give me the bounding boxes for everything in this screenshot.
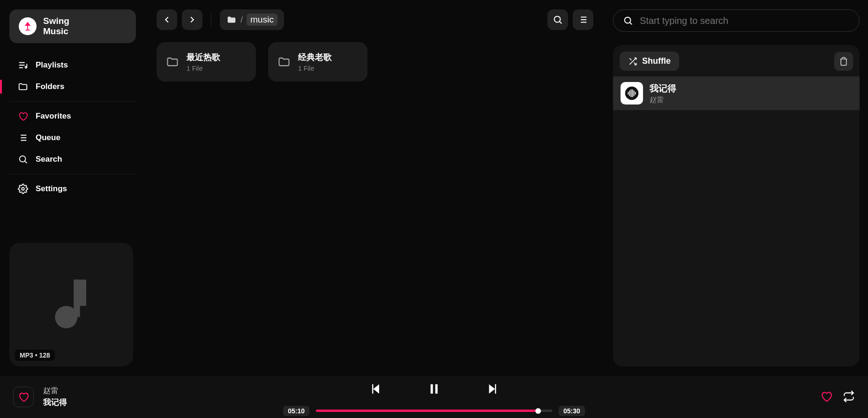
sidebar-item-folders[interactable]: Folders xyxy=(9,76,136,97)
folder-grid: 最近热歌 1 File 经典老歌 1 File xyxy=(157,42,593,82)
queue-item-cover xyxy=(621,82,643,104)
now-playing-info[interactable]: 赵雷 我记得 xyxy=(43,386,67,408)
global-search[interactable] xyxy=(613,9,860,32)
sidebar-item-label: Settings xyxy=(36,184,67,194)
brand-logo-icon xyxy=(19,17,37,35)
heart-icon xyxy=(18,391,29,403)
queue-item-title: 我记得 xyxy=(650,82,676,95)
audio-format-badge: MP3 • 128 xyxy=(15,350,55,361)
svg-rect-1 xyxy=(25,30,30,30)
breadcrumb-current: music xyxy=(247,14,277,26)
queue-item-artist: 赵雷 xyxy=(650,96,676,104)
play-pause-button[interactable] xyxy=(423,378,445,401)
shuffle-icon xyxy=(628,57,637,66)
folder-filecount: 1 File xyxy=(298,65,332,72)
shuffle-label: Shuffle xyxy=(642,56,671,66)
breadcrumb[interactable]: / music xyxy=(220,9,284,30)
now-playing-title: 我记得 xyxy=(43,397,67,408)
folder-icon xyxy=(18,82,28,92)
svg-point-4 xyxy=(22,187,24,190)
progress-fill xyxy=(316,410,538,412)
brand-logo[interactable]: SwingMusic xyxy=(9,9,136,43)
folder-icon xyxy=(166,55,179,68)
sidebar-item-queue[interactable]: Queue xyxy=(9,127,136,149)
svg-rect-0 xyxy=(27,26,28,30)
heart-icon xyxy=(820,390,832,403)
waveform-icon xyxy=(625,86,639,100)
sidebar-item-label: Folders xyxy=(36,82,64,91)
view-list-button[interactable] xyxy=(573,9,593,30)
search-icon xyxy=(18,154,28,164)
heart-icon xyxy=(18,111,28,121)
sidebar: SwingMusic Playlists Folders Favorites Q… xyxy=(0,0,145,376)
progress-thumb[interactable] xyxy=(535,408,541,414)
breadcrumb-separator: / xyxy=(240,15,243,25)
player-controls: 05:10 05:30 xyxy=(283,378,585,416)
folder-search-button[interactable] xyxy=(547,9,568,30)
svg-point-3 xyxy=(20,156,26,162)
brand-name: SwingMusic xyxy=(43,16,69,37)
svg-point-7 xyxy=(55,306,77,328)
search-input[interactable] xyxy=(640,15,850,26)
sidebar-item-settings[interactable]: Settings xyxy=(9,178,136,200)
svg-rect-17 xyxy=(431,384,433,394)
time-total: 05:30 xyxy=(559,406,585,416)
player-right-controls xyxy=(820,390,855,404)
folder-name: 经典老歌 xyxy=(298,52,332,63)
search-icon xyxy=(623,15,633,26)
sidebar-item-search[interactable]: Search xyxy=(9,149,136,170)
next-track-button[interactable] xyxy=(482,378,504,401)
shuffle-button[interactable]: Shuffle xyxy=(620,52,679,71)
svg-point-8 xyxy=(554,16,561,22)
folder-filecount: 1 File xyxy=(187,65,220,72)
favorite-button[interactable] xyxy=(13,387,34,407)
folder-card[interactable]: 最近热歌 1 File xyxy=(157,42,256,82)
time-elapsed: 05:10 xyxy=(283,406,309,416)
sidebar-item-label: Favorites xyxy=(36,112,71,121)
progress-bar[interactable] xyxy=(316,410,552,412)
clear-queue-button[interactable] xyxy=(834,52,853,71)
folder-card[interactable]: 经典老歌 1 File xyxy=(268,42,367,82)
gear-icon xyxy=(18,184,28,194)
divider xyxy=(9,101,136,102)
like-button[interactable] xyxy=(820,390,832,404)
divider xyxy=(211,13,211,26)
sidebar-item-favorites[interactable]: Favorites xyxy=(9,105,136,127)
sidebar-item-label: Search xyxy=(36,155,62,164)
main-content: / music 最近热歌 1 File 经典老歌 1 File xyxy=(145,0,605,376)
playlist-icon xyxy=(18,60,28,70)
folder-icon xyxy=(226,15,237,25)
right-pane: Shuffle 我记得 赵雷 xyxy=(605,0,868,376)
folder-icon xyxy=(277,55,291,68)
nav-forward-button[interactable] xyxy=(182,9,202,30)
sidebar-item-label: Playlists xyxy=(36,60,68,70)
folder-name: 最近热歌 xyxy=(187,52,220,63)
player-bar: 赵雷 我记得 05:10 05:30 xyxy=(0,376,868,418)
sidebar-item-label: Queue xyxy=(36,133,60,142)
nav-back-button[interactable] xyxy=(157,9,177,30)
queue-icon xyxy=(18,133,28,143)
sidebar-item-playlists[interactable]: Playlists xyxy=(9,54,136,76)
topbar: / music xyxy=(157,9,593,30)
queue-header: Shuffle xyxy=(613,52,860,76)
svg-point-9 xyxy=(625,17,631,23)
trash-icon xyxy=(839,57,848,66)
repeat-icon xyxy=(843,390,855,403)
now-playing-artist: 赵雷 xyxy=(43,386,67,396)
svg-rect-18 xyxy=(435,384,438,394)
previous-track-button[interactable] xyxy=(364,378,386,401)
now-playing-album-art[interactable]: MP3 • 128 xyxy=(9,243,133,366)
music-note-icon xyxy=(52,279,90,330)
repeat-button[interactable] xyxy=(843,390,855,404)
divider xyxy=(9,174,136,174)
queue-panel: Shuffle 我记得 赵雷 xyxy=(613,45,860,366)
svg-point-10 xyxy=(625,87,639,100)
queue-item[interactable]: 我记得 赵雷 xyxy=(613,76,860,110)
